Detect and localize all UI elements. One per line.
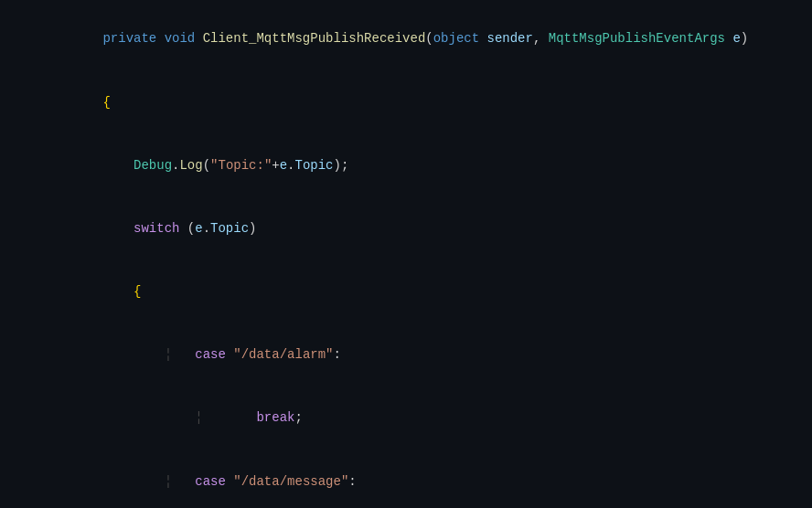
keyword-void: void [165,31,203,46]
punct: . [287,158,294,173]
code-content: Debug.Log("Topic:"+e.Topic); [57,134,797,196]
string-topic: "Topic:" [210,158,272,173]
punct: ) [249,221,256,236]
code-line: ¦ case "/data/message": [0,450,812,508]
keyword-object: object [433,31,487,46]
indent [102,284,134,299]
punct: . [203,221,210,236]
keyword-case2: case [195,474,233,489]
code-content: switch (e.Topic) [57,198,797,259]
code-content: ¦ case "/data/alarm": [57,324,797,386]
code-line: Debug.Log("Topic:"+e.Topic); [0,133,812,196]
punct: , [533,31,549,46]
class-mqttargs: MqttMsgPublishEventArgs [549,31,733,46]
param-e3: e [195,221,202,236]
punct: ); [334,158,349,173]
prop-topic2: Topic [210,221,249,236]
punct: : [348,474,356,489]
punct: ( [187,221,195,236]
punct: : [333,347,340,362]
code-line: { [0,70,812,133]
param-e: e [732,31,740,46]
param-sender: sender [487,31,533,46]
punct: ( [425,31,433,46]
keyword-break1: break [256,410,294,425]
indent [102,347,164,362]
pipe: ¦ [195,410,256,425]
brace-switch-open: { [134,284,141,299]
indent [102,221,134,236]
code-content: private void Client_MqttMsgPublishReceiv… [57,8,797,69]
code-content: ¦ case "/data/message": [57,450,797,508]
pipe: ¦ [165,474,196,489]
code-line: private void Client_MqttMsgPublishReceiv… [0,7,812,70]
indent [102,158,134,173]
keyword-case: case [195,347,233,362]
string-alarm: "/data/alarm" [233,347,333,362]
string-message: "/data/message" [233,474,348,489]
method-name: Client_MqttMsgPublishReceived [203,31,426,46]
keyword-switch: switch [134,221,187,236]
indent [102,410,195,425]
keyword-private: private [102,31,164,46]
indent [102,474,164,489]
code-line: { [0,260,812,323]
punct: + [272,158,279,173]
method-log: Log [179,158,202,173]
brace-open: { [102,95,110,110]
code-content: { [57,71,797,132]
punct: ( [203,158,210,173]
code-line: ¦ break; [0,386,812,450]
class-debug: Debug [134,158,172,173]
param-e2: e [280,158,287,173]
code-content: { [57,261,797,323]
pipe: ¦ [165,347,196,362]
punct: ) [741,31,748,46]
punct: ; [294,410,302,425]
code-line: switch (e.Topic) [0,197,812,260]
code-line: ¦ case "/data/alarm": [0,323,812,386]
prop-topic: Topic [295,158,334,173]
code-editor: private void Client_MqttMsgPublishReceiv… [0,0,812,508]
code-content: ¦ break; [57,387,797,449]
